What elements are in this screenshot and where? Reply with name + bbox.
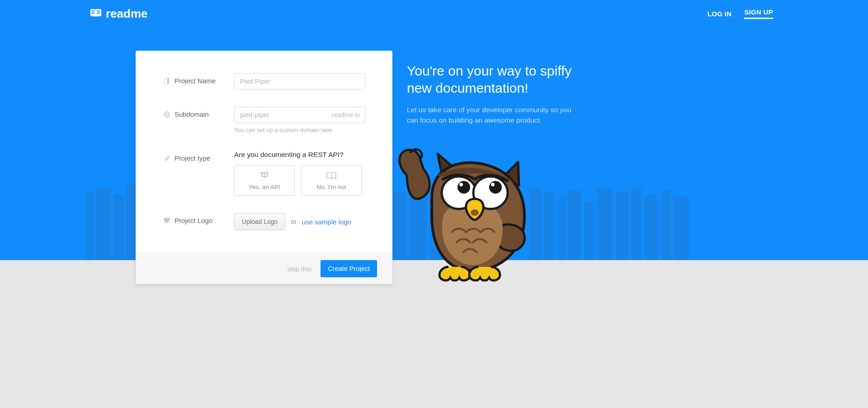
option-yes-label: Yes, an API bbox=[249, 184, 280, 190]
svg-point-14 bbox=[458, 181, 470, 194]
svg-rect-0 bbox=[92, 10, 95, 11]
row-project-logo: Project Logo Upload Logo or use sample l… bbox=[163, 213, 365, 230]
label-subdomain: Subdomain bbox=[175, 110, 209, 118]
open-book-icon bbox=[326, 171, 337, 181]
create-project-button[interactable]: Create Project bbox=[321, 260, 377, 277]
svg-rect-4 bbox=[97, 12, 100, 13]
pencil-icon bbox=[163, 155, 171, 161]
svg-point-16 bbox=[459, 183, 463, 186]
row-project-name: Project Name bbox=[163, 73, 365, 90]
option-no-api[interactable]: No, I'm not bbox=[301, 165, 362, 196]
blurb: You're on your way to spiffy new documen… bbox=[407, 62, 579, 126]
svg-point-18 bbox=[471, 209, 479, 216]
heart-icon bbox=[163, 218, 171, 223]
nav: LOG IN SIGN UP bbox=[695, 8, 773, 19]
svg-point-15 bbox=[489, 181, 502, 194]
svg-rect-1 bbox=[92, 12, 95, 13]
svg-rect-5 bbox=[97, 13, 100, 14]
blurb-body: Let us take care of your developer commu… bbox=[407, 104, 579, 126]
svg-point-10 bbox=[264, 172, 265, 174]
project-type-question: Are you documenting a REST API? bbox=[234, 151, 365, 159]
use-sample-logo-link[interactable]: use sample logo bbox=[302, 218, 351, 226]
label-project-name: Project Name bbox=[175, 77, 216, 85]
logo-text: readme bbox=[106, 7, 148, 21]
project-name-input[interactable] bbox=[234, 73, 365, 90]
api-icon bbox=[259, 171, 269, 181]
logo-or-text: or bbox=[291, 218, 296, 225]
option-no-label: No, I'm not bbox=[317, 184, 346, 190]
book-solid-icon bbox=[163, 78, 171, 84]
subdomain-hint: You can set up a custom domain later bbox=[234, 127, 365, 133]
svg-point-9 bbox=[261, 172, 263, 174]
logo[interactable]: readme bbox=[90, 7, 148, 21]
svg-point-11 bbox=[266, 172, 268, 174]
owl-mascot bbox=[389, 144, 538, 284]
row-subdomain: Subdomain .readme.io You can set up a cu… bbox=[163, 107, 365, 133]
signup-link[interactable]: SIGN UP bbox=[744, 8, 773, 19]
svg-point-17 bbox=[491, 183, 495, 186]
login-link[interactable]: LOG IN bbox=[708, 10, 731, 18]
row-project-type: Project type Are you documenting a REST … bbox=[163, 151, 365, 196]
option-yes-api[interactable]: Yes, an API bbox=[234, 165, 295, 196]
globe-icon bbox=[163, 111, 171, 118]
card-footer: skip this Create Project bbox=[136, 253, 392, 284]
svg-rect-2 bbox=[92, 13, 95, 14]
svg-rect-3 bbox=[97, 10, 100, 11]
skip-link[interactable]: skip this bbox=[287, 265, 311, 273]
project-form-card: Project Name Subdomain .readme.io bbox=[136, 51, 392, 284]
book-icon bbox=[90, 9, 101, 18]
label-project-logo: Project Logo bbox=[175, 217, 212, 224]
blurb-title: You're on your way to spiffy new documen… bbox=[407, 62, 579, 96]
label-project-type: Project type bbox=[175, 154, 210, 162]
upload-logo-button[interactable]: Upload Logo bbox=[234, 213, 285, 230]
subdomain-suffix: .readme.io bbox=[330, 107, 360, 123]
header: readme LOG IN SIGN UP bbox=[0, 0, 868, 27]
